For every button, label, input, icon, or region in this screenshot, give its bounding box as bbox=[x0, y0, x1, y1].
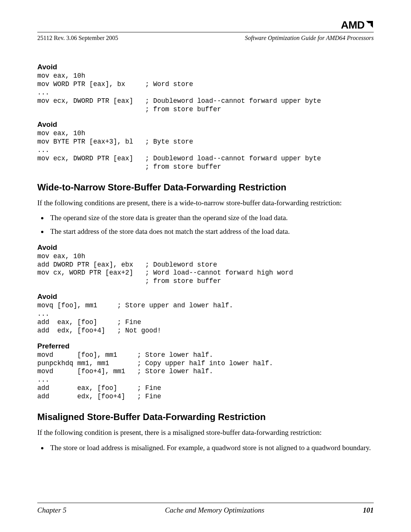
page: AMD 25112 Rev. 3.06 September 2005 Softw… bbox=[0, 0, 411, 532]
list-item: The store or load address is misaligned.… bbox=[48, 443, 374, 453]
heading-wide-to-narrow: Wide-to-Narrow Store-Buffer Data-Forward… bbox=[37, 182, 374, 193]
header-right: Software Optimization Guide for AMD64 Pr… bbox=[245, 35, 374, 42]
page-footer: Chapter 5 Cache and Memory Optimizations… bbox=[37, 503, 374, 514]
header-left: 25112 Rev. 3.06 September 2005 bbox=[37, 35, 118, 42]
paragraph-mis-intro: If the following condition is present, t… bbox=[37, 428, 374, 438]
running-header: 25112 Rev. 3.06 September 2005 Software … bbox=[37, 35, 374, 42]
footer-center: Cache and Memory Optimizations bbox=[165, 506, 264, 514]
heading-misaligned: Misaligned Store-Buffer Data-Forwarding … bbox=[37, 412, 374, 422]
paragraph-wide-intro: If the following conditions are present,… bbox=[37, 198, 374, 208]
avoid-label-2: Avoid bbox=[37, 120, 374, 129]
amd-logo-text: AMD bbox=[341, 19, 365, 31]
amd-arrow-icon bbox=[365, 19, 374, 31]
code-block-avoid-4: movq [foo], mm1 ; Store upper and lower … bbox=[37, 302, 374, 335]
avoid-label-4: Avoid bbox=[37, 292, 374, 301]
preferred-label: Preferred bbox=[37, 342, 374, 350]
code-block-avoid-2: mov eax, 10h mov BYTE PTR [eax+3], bl ; … bbox=[37, 129, 374, 171]
top-rule-bar: AMD bbox=[37, 19, 374, 32]
code-block-avoid-3: mov eax, 10h add DWORD PTR [eax], ebx ; … bbox=[37, 252, 374, 286]
bullet-list-wide: The operand size of the store data is gr… bbox=[37, 213, 374, 236]
avoid-label-3: Avoid bbox=[37, 243, 374, 252]
footer-left: Chapter 5 bbox=[37, 506, 67, 514]
code-block-preferred: movd [foo], mm1 ; Store lower half. punp… bbox=[37, 351, 374, 401]
avoid-label-1: Avoid bbox=[37, 63, 374, 71]
list-item: The start address of the store data does… bbox=[48, 227, 374, 236]
list-item: The operand size of the store data is gr… bbox=[48, 213, 374, 223]
amd-logo: AMD bbox=[341, 19, 374, 31]
page-number: 101 bbox=[363, 506, 374, 514]
code-block-avoid-1: mov eax, 10h mov WORD PTR [eax], bx ; Wo… bbox=[37, 72, 374, 113]
page-content: Avoid mov eax, 10h mov WORD PTR [eax], b… bbox=[37, 63, 374, 452]
bullet-list-mis: The store or load address is misaligned.… bbox=[37, 443, 374, 453]
